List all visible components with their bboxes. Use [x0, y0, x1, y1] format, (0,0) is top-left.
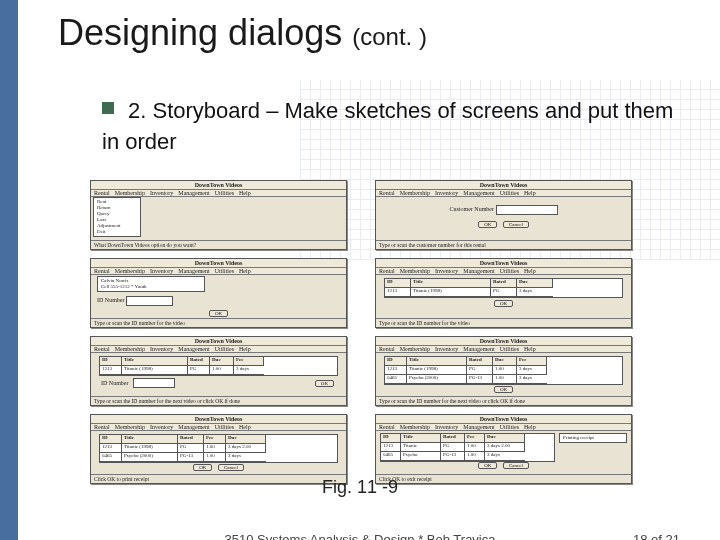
ok-button[interactable]: OK	[193, 464, 212, 471]
ok-button[interactable]: OK	[494, 300, 513, 307]
menu-item[interactable]: Inventory	[435, 190, 458, 196]
col: Title	[407, 357, 467, 366]
menu-item[interactable]: Utilities	[215, 190, 234, 196]
menu-item[interactable]: Management	[178, 268, 209, 274]
cell: Psycho (2000)	[407, 375, 467, 384]
status-bar: What DownTown Videos option do you want?	[91, 240, 346, 249]
storyboard-sketch-7: DownTown Videos Rental Membership Invent…	[90, 414, 347, 484]
menu-item[interactable]: Help	[239, 424, 251, 430]
slide-title-cont: (cont. )	[352, 23, 427, 50]
menu-item[interactable]: Utilities	[500, 346, 519, 352]
menu-item[interactable]: Membership	[400, 268, 430, 274]
cell: Titanic	[401, 443, 441, 452]
menu-item[interactable]: Help	[239, 346, 251, 352]
col: Fee	[465, 434, 485, 443]
col: Fee	[234, 357, 264, 366]
col: Title	[122, 435, 178, 444]
cell: PG	[441, 443, 465, 452]
window-titlebar: DownTown Videos	[376, 181, 631, 190]
menu-item[interactable]: Utilities	[500, 190, 519, 196]
menu-item[interactable]: Management	[463, 190, 494, 196]
menu-item[interactable]: Rental	[94, 346, 110, 352]
cell: 3 days 2.00	[226, 444, 266, 453]
window-menubar: Rental Membership Inventory Management U…	[376, 346, 631, 353]
ok-button[interactable]: OK	[478, 462, 497, 469]
cell: 1213	[381, 443, 401, 452]
ok-button[interactable]: OK	[315, 380, 334, 387]
menu-item[interactable]: Rental	[94, 268, 110, 274]
menu-item[interactable]: Utilities	[215, 346, 234, 352]
cancel-button[interactable]: Cancel	[503, 221, 529, 228]
cancel-button[interactable]: Cancel	[218, 464, 244, 471]
menu-item[interactable]: Inventory	[435, 346, 458, 352]
menu-item[interactable]: Rental	[94, 190, 110, 196]
col: Due	[493, 357, 517, 366]
cell: 1.00	[204, 444, 226, 453]
menu-item[interactable]: Membership	[115, 268, 145, 274]
ok-button[interactable]: OK	[209, 310, 228, 317]
menu-item[interactable]: Help	[524, 190, 536, 196]
menu-item[interactable]: Help	[524, 346, 536, 352]
menu-item[interactable]: Management	[178, 190, 209, 196]
cell: 1.00	[210, 366, 234, 375]
cell: 3 days	[234, 366, 264, 375]
menu-item[interactable]: Management	[178, 346, 209, 352]
menu-item[interactable]: Inventory	[435, 424, 458, 430]
menu-item[interactable]: Utilities	[215, 424, 234, 430]
slide-title-main: Designing dialogs	[58, 12, 342, 53]
menu-item[interactable]: Membership	[115, 424, 145, 430]
menu-item[interactable]: Management	[463, 268, 494, 274]
col: Fee	[517, 357, 547, 366]
menu-item[interactable]: Help	[239, 268, 251, 274]
customer-number-input[interactable]	[496, 205, 558, 215]
menu-item[interactable]: Rental	[379, 268, 395, 274]
dropdown-item[interactable]: Exit	[97, 229, 137, 235]
id-number-input[interactable]	[126, 296, 173, 306]
menu-item[interactable]: Membership	[400, 190, 430, 196]
status-bar: Type or scan the ID number for the video	[91, 318, 346, 327]
menu-item[interactable]: Management	[463, 424, 494, 430]
ok-button[interactable]: OK	[478, 221, 497, 228]
menu-item[interactable]: Inventory	[150, 190, 173, 196]
cell: PG-13	[467, 375, 493, 384]
menu-item[interactable]: Utilities	[500, 268, 519, 274]
menu-item[interactable]: Rental	[379, 424, 395, 430]
bullet-icon	[102, 102, 114, 114]
id-number-input[interactable]	[133, 378, 175, 388]
menu-item[interactable]: Rental	[94, 424, 110, 430]
col: Due	[210, 357, 234, 366]
col: Title	[401, 434, 441, 443]
menu-item[interactable]: Inventory	[150, 424, 173, 430]
menu-item[interactable]: Membership	[400, 424, 430, 430]
cell: 0465	[381, 452, 401, 461]
menu-item[interactable]: Membership	[115, 346, 145, 352]
storyboard-grid: DownTown Videos Rental Membership Invent…	[90, 180, 630, 484]
col-id: ID	[385, 279, 411, 288]
menu-item[interactable]: Rental	[379, 190, 395, 196]
ok-button[interactable]: OK	[494, 386, 513, 393]
storyboard-sketch-5: DownTown Videos Rental Membership Invent…	[90, 336, 347, 406]
menu-item[interactable]: Help	[524, 268, 536, 274]
menu-item[interactable]: Inventory	[150, 268, 173, 274]
cell: PG	[467, 366, 493, 375]
cell: Titanic (1998)	[122, 366, 188, 375]
menu-item[interactable]: Membership	[115, 190, 145, 196]
col: Rated	[467, 357, 493, 366]
cell: 1.00	[204, 453, 226, 462]
menu-item[interactable]: Rental	[379, 346, 395, 352]
menu-item[interactable]: Inventory	[150, 346, 173, 352]
window-menubar: Rental Membership Inventory Management U…	[376, 424, 631, 431]
window-titlebar: DownTown Videos	[91, 259, 346, 268]
menu-item[interactable]: Management	[178, 424, 209, 430]
menu-item[interactable]: Management	[463, 346, 494, 352]
menu-item[interactable]: Utilities	[500, 424, 519, 430]
menu-item[interactable]: Help	[239, 190, 251, 196]
col-rated: Rated	[491, 279, 517, 288]
window-titlebar: DownTown Videos	[91, 415, 346, 424]
menu-item[interactable]: Inventory	[435, 268, 458, 274]
cancel-button[interactable]: Cancel	[503, 462, 529, 469]
menu-item[interactable]: Membership	[400, 346, 430, 352]
col: ID	[385, 357, 407, 366]
menu-item[interactable]: Help	[524, 424, 536, 430]
menu-item[interactable]: Utilities	[215, 268, 234, 274]
